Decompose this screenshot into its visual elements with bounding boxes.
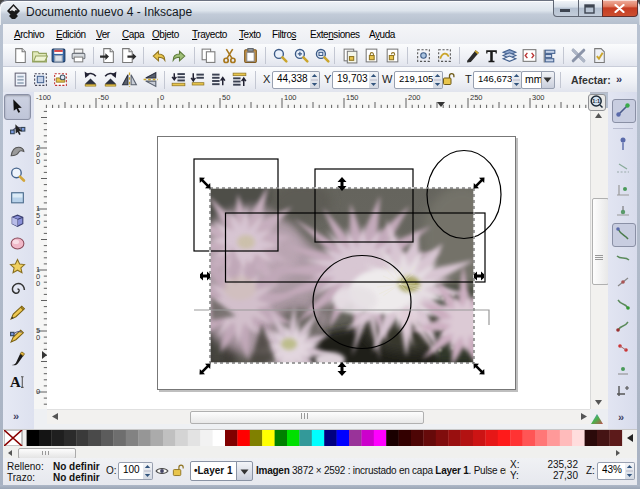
svg-text:0: 0 xyxy=(160,93,164,102)
svg-text:50: 50 xyxy=(222,93,230,102)
svg-text:0: 0 xyxy=(36,333,40,342)
svg-text:A: A xyxy=(10,374,21,390)
svg-text:0: 0 xyxy=(36,387,40,396)
svg-text:100: 100 xyxy=(284,93,297,102)
svg-text:250: 250 xyxy=(470,93,483,102)
svg-text:150: 150 xyxy=(346,93,359,102)
svg-text:0: 0 xyxy=(36,218,40,227)
svg-text:0: 0 xyxy=(36,279,40,288)
svg-text:300: 300 xyxy=(532,93,545,102)
svg-text:-50: -50 xyxy=(98,93,109,102)
svg-text:200: 200 xyxy=(408,93,421,102)
svg-text:0: 0 xyxy=(36,157,40,166)
svg-text:1:1: 1:1 xyxy=(592,98,600,104)
svg-text:-100: -100 xyxy=(36,93,51,102)
